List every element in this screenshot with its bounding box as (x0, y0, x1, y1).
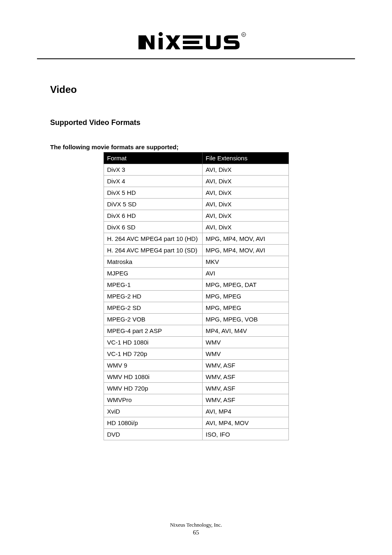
extensions-cell: WMV, ASF (202, 360, 288, 371)
extensions-cell: AVI, MP4, MOV (202, 417, 288, 429)
extensions-cell: AVI (202, 268, 288, 279)
col-header-extensions: File Extensions (202, 153, 288, 164)
svg-text:R: R (242, 33, 244, 36)
table-row: H. 264 AVC MPEG4 part 10 (HD)MPG, MP4, M… (104, 233, 288, 245)
table-row: MPEG-2 SDMPG, MPEG (104, 302, 288, 314)
extensions-cell: AVI, DivX (202, 199, 288, 210)
extensions-cell: AVI, DivX (202, 187, 288, 199)
table-row: DivX 5 HDAVI, DivX (104, 187, 288, 199)
format-cell: HD 1080i/p (104, 417, 202, 429)
extensions-cell: MPG, MPEG (202, 291, 288, 302)
table-row: VC-1 HD 1080iWMV (104, 337, 288, 348)
table-row: DivX 6 HDAVI, DivX (104, 210, 288, 222)
header-logo-area: R (0, 0, 392, 58)
extensions-cell: AVI, DivX (202, 222, 288, 233)
extensions-cell: WMV, ASF (202, 383, 288, 394)
table-row: DVDISO, IFO (104, 429, 288, 440)
format-cell: DiVX 5 SD (104, 199, 202, 210)
extensions-cell: MPG, MPEG, DAT (202, 279, 288, 291)
format-cell: DivX 5 HD (104, 187, 202, 199)
table-row: HD 1080i/pAVI, MP4, MOV (104, 417, 288, 429)
svg-rect-2 (159, 38, 163, 49)
table-row: WMVProWMV, ASF (104, 394, 288, 406)
svg-rect-4 (183, 41, 199, 44)
format-cell: MJPEG (104, 268, 202, 279)
footer-page-number: 65 (0, 529, 392, 536)
format-cell: WMVPro (104, 394, 202, 406)
extensions-cell: MPG, MPEG (202, 302, 288, 314)
format-cell: MPEG-2 SD (104, 302, 202, 314)
table-row: MPEG-2 HDMPG, MPEG (104, 291, 288, 302)
svg-rect-3 (183, 35, 203, 39)
extensions-cell: AVI, DivX (202, 164, 288, 176)
format-cell: DVD (104, 429, 202, 440)
svg-rect-0 (138, 35, 142, 49)
extensions-cell: WMV (202, 348, 288, 360)
formats-table: Format File Extensions DivX 3AVI, DivXDi… (104, 152, 289, 440)
table-row: XviDAVI, MP4 (104, 406, 288, 417)
extensions-cell: WMV, ASF (202, 371, 288, 383)
extensions-cell: MP4, AVI, M4V (202, 325, 288, 337)
format-cell: VC-1 HD 1080i (104, 337, 202, 348)
brand-logo: R (134, 30, 258, 54)
table-row: MJPEGAVI (104, 268, 288, 279)
extensions-cell: AVI, DivX (202, 210, 288, 222)
format-cell: H. 264 AVC MPEG4 part 10 (SD) (104, 245, 202, 256)
format-cell: MPEG-2 VOB (104, 314, 202, 325)
table-row: WMV HD 1080iWMV, ASF (104, 371, 288, 383)
extensions-cell: WMV (202, 337, 288, 348)
format-cell: DivX 6 HD (104, 210, 202, 222)
table-row: MPEG-1MPG, MPEG, DAT (104, 279, 288, 291)
section-heading: Video (50, 84, 342, 95)
format-cell: XviD (104, 406, 202, 417)
table-row: DiVX 5 SDAVI, DivX (104, 199, 288, 210)
table-row: WMV HD 720pWMV, ASF (104, 383, 288, 394)
extensions-cell: ISO, IFO (202, 429, 288, 440)
extensions-cell: WMV, ASF (202, 394, 288, 406)
format-cell: WMV 9 (104, 360, 202, 371)
table-row: MPEG-4 part 2 ASPMP4, AVI, M4V (104, 325, 288, 337)
format-cell: DivX 3 (104, 164, 202, 176)
main-content: Video Supported Video Formats The follow… (0, 59, 392, 440)
intro-text: The following movie formats are supporte… (50, 143, 342, 150)
table-row: DivX 6 SDAVI, DivX (104, 222, 288, 233)
extensions-cell: MPG, MPEG, VOB (202, 314, 288, 325)
format-cell: H. 264 AVC MPEG4 part 10 (HD) (104, 233, 202, 245)
table-row: DivX 4AVI, DivX (104, 176, 288, 187)
format-cell: WMV HD 1080i (104, 371, 202, 383)
extensions-cell: AVI, MP4 (202, 406, 288, 417)
table-row: VC-1 HD 720pWMV (104, 348, 288, 360)
page-footer: Nixeus Technology, Inc. 65 (0, 522, 392, 536)
format-cell: DivX 4 (104, 176, 202, 187)
extensions-cell: MPG, MP4, MOV, AVI (202, 233, 288, 245)
table-row: DivX 3AVI, DivX (104, 164, 288, 176)
extensions-cell: AVI, DivX (202, 176, 288, 187)
format-cell: VC-1 HD 720p (104, 348, 202, 360)
svg-point-1 (159, 32, 163, 36)
format-cell: WMV HD 720p (104, 383, 202, 394)
table-row: MatroskaMKV (104, 256, 288, 268)
table-row: MPEG-2 VOBMPG, MPEG, VOB (104, 314, 288, 325)
extensions-cell: MKV (202, 256, 288, 268)
format-cell: MPEG-1 (104, 279, 202, 291)
col-header-format: Format (104, 153, 202, 164)
footer-company: Nixeus Technology, Inc. (0, 522, 392, 528)
format-cell: MPEG-2 HD (104, 291, 202, 302)
table-row: WMV 9WMV, ASF (104, 360, 288, 371)
format-cell: Matroska (104, 256, 202, 268)
table-row: H. 264 AVC MPEG4 part 10 (SD)MPG, MP4, M… (104, 245, 288, 256)
table-header-row: Format File Extensions (104, 153, 288, 164)
extensions-cell: MPG, MP4, MOV, AVI (202, 245, 288, 256)
subsection-heading: Supported Video Formats (50, 118, 342, 127)
format-cell: DivX 6 SD (104, 222, 202, 233)
format-cell: MPEG-4 part 2 ASP (104, 325, 202, 337)
svg-rect-5 (183, 46, 203, 49)
